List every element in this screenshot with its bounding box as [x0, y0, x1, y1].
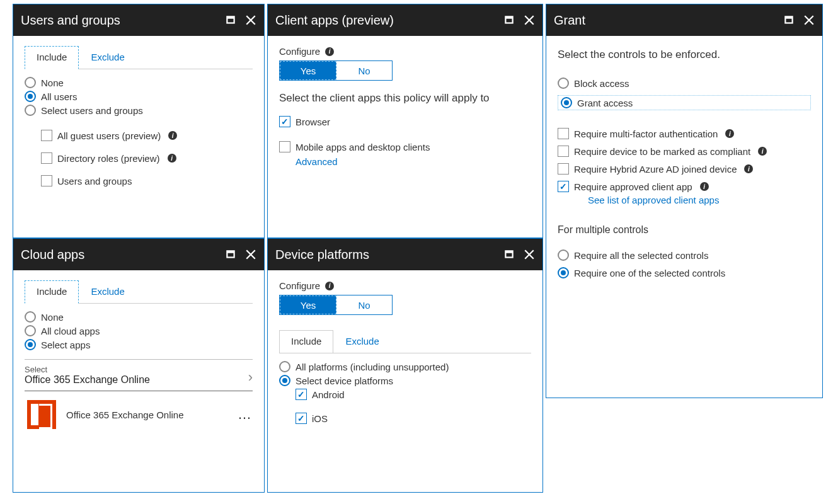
check-guest-users[interactable]: All guest users (preview) [41, 130, 253, 141]
tab-include[interactable]: Include [279, 330, 333, 353]
radio-require-one[interactable]: Require one of the selected controls [558, 267, 811, 278]
panel-title: Device platforms [275, 248, 369, 262]
office-logo-icon [27, 400, 56, 429]
radio-all-users[interactable]: All users [25, 91, 253, 102]
restore-window-icon[interactable] [225, 14, 236, 26]
svg-rect-13 [505, 251, 512, 253]
toggle-yes[interactable]: Yes [280, 295, 336, 314]
tabs: Include Exclude [25, 46, 253, 69]
toggle-no[interactable]: No [336, 61, 392, 80]
info-icon[interactable] [700, 182, 709, 191]
check-mobile-desktop[interactable]: Mobile apps and desktop clients [279, 141, 531, 152]
panel-header: Client apps (preview) [268, 4, 542, 36]
svg-rect-9 [505, 16, 512, 18]
panel-cloud-apps: Cloud apps Include Exclude None All clou… [13, 238, 265, 493]
check-browser[interactable]: Browser [279, 116, 531, 127]
radio-none[interactable]: None [25, 311, 253, 323]
check-directory-roles[interactable]: Directory roles (preview) [41, 152, 253, 164]
close-icon[interactable] [803, 14, 815, 26]
tab-exclude[interactable]: Exclude [333, 330, 391, 353]
panel-body: Include Exclude None All users Select us… [13, 36, 264, 199]
panel-body: Select the controls to be enforced. Bloc… [546, 36, 822, 295]
panel-users-and-groups: Users and groups Include Exclude None Al… [13, 4, 265, 238]
tab-exclude[interactable]: Exclude [79, 280, 136, 303]
info-icon[interactable] [744, 164, 753, 173]
panel-body: Configure Yes No Select the client apps … [268, 36, 542, 177]
svg-rect-17 [785, 16, 792, 18]
panel-title: Cloud apps [21, 248, 84, 262]
radio-all-cloud-apps[interactable]: All cloud apps [25, 325, 253, 336]
radio-none[interactable]: None [25, 77, 253, 88]
panel-device-platforms: Device platforms Configure Yes No Includ… [267, 238, 543, 493]
check-android[interactable]: Android [296, 389, 531, 400]
check-require-mfa[interactable]: Require multi-factor authentication [558, 128, 811, 139]
selected-app-item[interactable]: Office 365 Exchange Online … [25, 391, 253, 432]
restore-window-icon[interactable] [225, 249, 236, 260]
radio-grant-access[interactable]: Grant access [558, 95, 811, 110]
panel-body: Configure Yes No Include Exclude All pla… [268, 270, 542, 437]
more-icon[interactable]: … [238, 406, 253, 423]
close-icon[interactable] [524, 249, 535, 260]
panel-header: Users and groups [13, 4, 264, 36]
close-icon[interactable] [245, 249, 256, 260]
toggle-no[interactable]: No [336, 295, 392, 314]
app-item-label: Office 365 Exchange Online [66, 410, 227, 420]
advanced-link[interactable]: Advanced [296, 156, 531, 167]
radio-select-apps[interactable]: Select apps [25, 339, 253, 350]
client-apps-heading: Select the client apps this policy will … [279, 92, 531, 105]
check-users-and-groups[interactable]: Users and groups [41, 175, 253, 186]
restore-window-icon[interactable] [503, 249, 515, 260]
close-icon[interactable] [524, 14, 535, 26]
tabs: Include Exclude [25, 280, 253, 304]
multiple-controls-heading: For multiple controls [558, 224, 811, 236]
info-icon[interactable] [168, 154, 176, 163]
check-require-approved-app[interactable]: Require approved client app [558, 181, 811, 192]
panel-header: Grant [546, 4, 822, 36]
info-icon[interactable] [325, 47, 334, 56]
toggle-yes[interactable]: Yes [280, 61, 336, 80]
close-icon[interactable] [245, 14, 256, 26]
radio-select-platforms[interactable]: Select device platforms [279, 375, 531, 386]
info-icon[interactable] [325, 282, 334, 290]
panel-title: Client apps (preview) [275, 13, 394, 28]
panel-header: Cloud apps [13, 239, 264, 270]
check-require-compliant[interactable]: Require device to be marked as compliant [558, 146, 811, 157]
panel-body: Include Exclude None All cloud apps Sele… [13, 270, 264, 442]
panel-client-apps: Client apps (preview) Configure Yes No S… [267, 4, 543, 238]
tab-include[interactable]: Include [25, 280, 79, 304]
tab-include[interactable]: Include [25, 46, 79, 69]
restore-window-icon[interactable] [503, 14, 515, 26]
radio-all-platforms[interactable]: All platforms (including unsupported) [279, 361, 531, 372]
grant-heading: Select the controls to be enforced. [558, 49, 811, 61]
info-icon[interactable] [168, 131, 177, 140]
tabs: Include Exclude [279, 330, 531, 353]
panel-header: Device platforms [268, 239, 542, 270]
configure-label: Configure [279, 46, 320, 57]
panel-grant: Grant Select the controls to be enforced… [546, 4, 823, 398]
configure-label: Configure [279, 280, 320, 291]
select-apps-picker[interactable]: Select Office 365 Exchange Online › [25, 359, 253, 391]
select-label: Select [25, 365, 150, 374]
panel-title: Grant [554, 13, 585, 28]
radio-block-access[interactable]: Block access [558, 77, 811, 89]
info-icon[interactable] [725, 129, 734, 138]
radio-require-all[interactable]: Require all the selected controls [558, 249, 811, 261]
select-value: Office 365 Exchange Online [25, 374, 150, 386]
radio-select-users[interactable]: Select users and groups [25, 105, 253, 116]
panel-title: Users and groups [21, 13, 120, 28]
tab-exclude[interactable]: Exclude [79, 46, 136, 69]
restore-window-icon[interactable] [783, 14, 795, 26]
check-require-hybrid[interactable]: Require Hybrid Azure AD joined device [558, 163, 811, 175]
chevron-right-icon: › [248, 369, 253, 386]
svg-rect-1 [227, 16, 234, 18]
approved-apps-link[interactable]: See list of approved client apps [588, 195, 811, 205]
check-ios[interactable]: iOS [296, 413, 531, 424]
configure-toggle[interactable]: Yes No [279, 60, 393, 81]
configure-toggle[interactable]: Yes No [279, 295, 393, 315]
svg-rect-5 [227, 251, 234, 253]
info-icon[interactable] [758, 147, 767, 156]
